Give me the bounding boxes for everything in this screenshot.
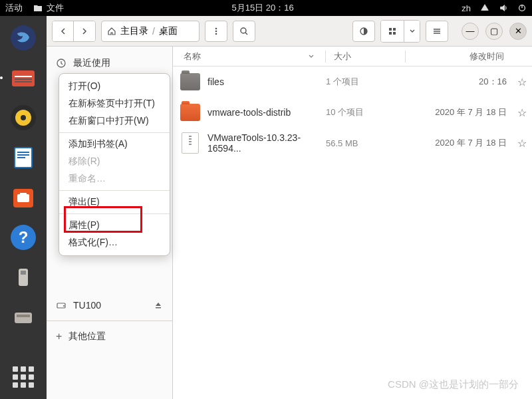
file-row[interactable]: VMwareTools-10.3.23-16594... 56.5 MB 202…: [173, 128, 532, 158]
chevron-right-icon: [80, 27, 88, 35]
kebab-icon: [211, 27, 221, 36]
file-row[interactable]: vmware-tools-distrib 10 个项目 2020 年 7 月 1…: [173, 97, 532, 128]
dock-help[interactable]: ?: [5, 219, 41, 255]
svg-rect-3: [15, 76, 32, 77]
svg-point-33: [63, 305, 65, 307]
svg-rect-20: [15, 313, 32, 323]
folder-icon: [33, 4, 43, 12]
svg-text:?: ?: [19, 228, 29, 246]
svg-rect-21: [17, 315, 30, 317]
column-date[interactable]: 修改时间: [406, 51, 512, 63]
minimize-button[interactable]: —: [462, 23, 479, 40]
folder-icon: [180, 104, 200, 121]
svg-point-22: [215, 27, 217, 29]
close-button[interactable]: ✕: [509, 23, 527, 40]
home-icon: [107, 27, 116, 36]
menu-open-tab[interactable]: 在新标签页中打开(T): [59, 95, 170, 112]
folder-icon: [180, 73, 200, 90]
network-icon[interactable]: [480, 3, 489, 13]
maximize-button[interactable]: ▢: [485, 23, 503, 40]
menu-open[interactable]: 打开(O): [59, 78, 170, 95]
dock: ?: [0, 16, 47, 399]
grid-icon: [388, 27, 397, 36]
file-size: 10 个项目: [326, 106, 406, 118]
sidebar-recent[interactable]: 最近使用: [47, 52, 172, 74]
search-button[interactable]: [233, 21, 255, 42]
menu-add-bookmark[interactable]: 添加到书签(A): [59, 136, 170, 153]
svg-rect-11: [17, 152, 29, 153]
power-icon[interactable]: [517, 3, 527, 13]
system-topbar: 活动 文件 5月15日 20：16 zh: [0, 0, 532, 16]
menu-rename: 重命名…: [59, 170, 170, 188]
svg-rect-30: [393, 32, 396, 35]
more-options-button[interactable]: [205, 21, 227, 42]
sidebar-label: 最近使用: [73, 57, 110, 69]
plus-icon: +: [56, 331, 62, 342]
eject-icon[interactable]: [154, 301, 163, 310]
dock-drive[interactable]: [5, 299, 41, 335]
nav-forward-button[interactable]: [74, 21, 95, 41]
dock-thunderbird[interactable]: [5, 20, 41, 56]
hamburger-icon: [432, 27, 442, 36]
file-name: files: [207, 76, 326, 87]
toolbar: 主目录 / 桌面 — ▢ ✕: [47, 16, 532, 47]
watermark: CSDN @这也是计划的一部分: [388, 378, 519, 391]
input-language[interactable]: zh: [462, 3, 471, 13]
menu-remove: 移除(R): [59, 153, 170, 170]
grid-view-button[interactable]: [381, 21, 404, 42]
sidebar-other-locations[interactable]: + 其他位置: [47, 325, 172, 348]
star-button[interactable]: ☆: [512, 106, 532, 119]
archive-icon: [182, 132, 199, 154]
file-size: 1 个项目: [326, 76, 406, 88]
app-name-label: 文件: [47, 2, 64, 14]
svg-rect-29: [389, 32, 392, 35]
volume-icon[interactable]: [499, 3, 508, 13]
sidebar-device-tu100[interactable]: TU100: [47, 294, 172, 317]
file-name: vmware-tools-distrib: [207, 107, 326, 118]
menu-properties[interactable]: 属性(P): [59, 217, 170, 234]
svg-rect-5: [15, 81, 32, 82]
hamburger-menu-button[interactable]: [426, 21, 448, 42]
datetime-label[interactable]: 5月15日 20：16: [64, 2, 462, 14]
breadcrumb-current: 桌面: [159, 25, 178, 37]
view-dropdown-button[interactable]: [404, 21, 420, 42]
file-date: 20：16: [406, 76, 512, 88]
column-headers: 名称 大小 修改时间: [173, 47, 532, 66]
svg-rect-28: [393, 28, 396, 31]
star-button[interactable]: ☆: [512, 76, 532, 88]
sidebar-label: 其他位置: [68, 331, 106, 342]
menu-open-window[interactable]: 在新窗口中打开(W): [59, 112, 170, 130]
file-name: VMwareTools-10.3.23-16594...: [207, 132, 326, 154]
file-date: 2020 年 7 月 18 日: [406, 137, 512, 149]
menu-format[interactable]: 格式化(F)…: [59, 234, 170, 251]
sidebar-label: TU100: [73, 300, 101, 311]
dock-apps[interactable]: [5, 359, 41, 395]
svg-rect-4: [15, 78, 32, 80]
chevron-left-icon: [59, 27, 67, 35]
breadcrumb-home[interactable]: 主目录: [120, 25, 148, 37]
drive-icon: [56, 300, 66, 311]
toggle-button[interactable]: [352, 21, 375, 42]
contrast-icon: [359, 27, 368, 36]
svg-point-24: [215, 33, 217, 35]
star-button[interactable]: ☆: [512, 137, 532, 150]
file-row[interactable]: files 1 个项目 20：16 ☆: [173, 66, 532, 97]
svg-rect-13: [17, 157, 25, 158]
column-name[interactable]: 名称: [173, 51, 326, 63]
dock-software[interactable]: [5, 180, 41, 215]
dock-usb-device[interactable]: [5, 259, 41, 295]
breadcrumb[interactable]: 主目录 / 桌面: [101, 21, 200, 42]
nav-back-button[interactable]: [53, 21, 74, 41]
file-list-area: 名称 大小 修改时间 files 1 个项目 20：16 ☆ vmware-to…: [173, 47, 532, 399]
column-size[interactable]: 大小: [326, 51, 406, 63]
search-icon: [239, 27, 249, 36]
dock-rhythmbox[interactable]: [5, 100, 41, 136]
dock-files[interactable]: [5, 60, 41, 96]
current-app-indicator[interactable]: 文件: [33, 2, 64, 14]
svg-point-25: [241, 28, 246, 33]
svg-rect-12: [17, 154, 29, 156]
dock-libreoffice[interactable]: [5, 140, 41, 176]
activities-button[interactable]: 活动: [5, 2, 23, 14]
context-menu: 打开(O) 在新标签页中打开(T) 在新窗口中打开(W) 添加到书签(A) 移除…: [59, 73, 170, 256]
menu-eject[interactable]: 弹出(E): [59, 194, 170, 211]
